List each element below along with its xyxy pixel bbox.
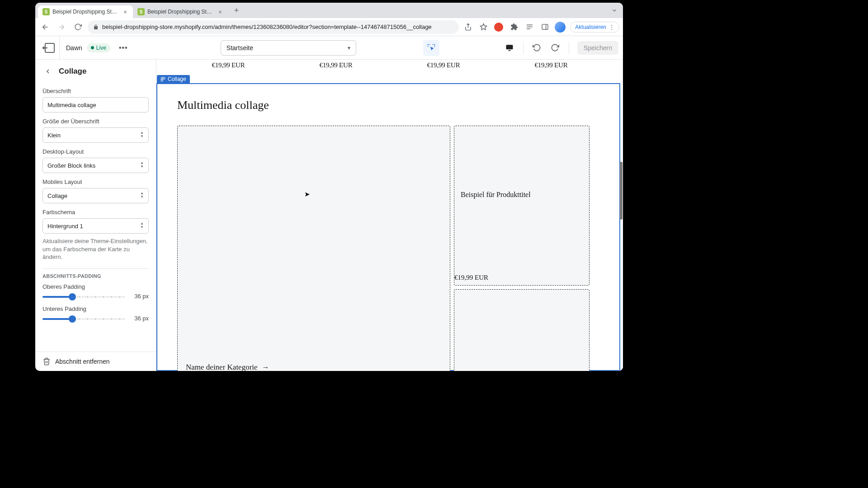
svg-rect-13: [161, 79, 163, 81]
redo-button[interactable]: [547, 40, 563, 56]
trash-icon: [42, 357, 51, 366]
reload-button[interactable]: [71, 21, 84, 33]
back-button[interactable]: [39, 21, 52, 33]
exit-editor-button[interactable]: [40, 36, 60, 59]
panel-body: Überschrift Größe der Überschrift Klein …: [35, 82, 156, 352]
price-row: €19,99 EUR €19,99 EUR €19,99 EUR €19,99 …: [156, 60, 623, 80]
update-label: Aktualisieren: [575, 24, 606, 30]
exit-icon: [45, 43, 55, 53]
close-tab-icon[interactable]: ×: [217, 9, 223, 15]
main: Collage Überschrift Größe der Überschrif…: [35, 60, 623, 371]
desktop-view-button[interactable]: [501, 40, 518, 56]
padding-top-label: Oberes Padding: [42, 283, 149, 290]
panel-back-button[interactable]: [42, 66, 53, 77]
svg-rect-7: [542, 24, 548, 29]
more-actions-button[interactable]: •••: [117, 41, 130, 55]
tab-title: Beispiel Dropshipping Store · E: [147, 9, 214, 15]
close-tab-icon[interactable]: ×: [122, 9, 128, 15]
price: €19,99 EUR: [212, 61, 245, 69]
desktop-layout-value: Großer Block links: [47, 162, 95, 169]
settings-panel: Collage Überschrift Größe der Überschrif…: [35, 60, 156, 371]
forward-button[interactable]: [55, 21, 68, 33]
svg-rect-11: [161, 77, 163, 79]
live-text: Live: [96, 45, 106, 51]
product-image-placeholder: [454, 199, 589, 271]
select-chevron-icon: ▲▼: [140, 192, 144, 199]
price: €19,99 EUR: [534, 61, 567, 69]
padding-top-slider[interactable]: 36 px: [42, 293, 149, 300]
lock-icon: [93, 24, 99, 30]
price: €19,99 EUR: [319, 61, 352, 69]
mobile-layout-label: Mobiles Layout: [42, 178, 149, 185]
topbar-right: Speichern: [501, 40, 618, 56]
extensions-icon[interactable]: [509, 22, 519, 33]
arrow-right-icon: →: [262, 363, 269, 371]
section-picker-button[interactable]: [423, 40, 439, 56]
divider: [569, 42, 569, 54]
slider-thumb[interactable]: [69, 315, 76, 323]
side-panel-icon[interactable]: [539, 22, 550, 33]
price: €19,99 EUR: [427, 61, 460, 69]
remove-section-label: Abschnitt entfernen: [55, 358, 110, 365]
new-tab-button[interactable]: +: [231, 5, 242, 16]
browser-tab[interactable]: S Beispiel Dropshipping Store · E ×: [133, 5, 228, 18]
padding-bottom-value: 36 px: [130, 315, 149, 322]
save-button[interactable]: Speichern: [577, 41, 618, 55]
padding-bottom-label: Unteres Padding: [42, 305, 149, 312]
collage-selection[interactable]: Collage Multimedia collage Name deiner K…: [156, 83, 620, 371]
color-scheme-hint: Aktualisiere deine Theme-Einstellungen, …: [42, 237, 149, 261]
collage-grid: Name deiner Kategorie → ➤ Beispiel für P…: [177, 126, 599, 371]
update-button[interactable]: Aktualisieren ⋮: [570, 22, 619, 33]
collage-heading: Multimedia collage: [177, 99, 599, 112]
section-padding-caption: ABSCHNITTS-PADDING: [42, 273, 149, 279]
profile-avatar[interactable]: [555, 22, 566, 33]
heading-size-label: Größe der Überschrift: [42, 118, 149, 125]
separator: [42, 268, 149, 269]
color-scheme-select[interactable]: Hintergrund 1 ▲▼: [42, 218, 149, 234]
color-scheme-label: Farbschema: [42, 209, 149, 216]
chevron-down-icon: ▾: [348, 45, 350, 51]
collage-selection-tag[interactable]: Collage: [157, 75, 190, 83]
padding-bottom-slider[interactable]: 36 px: [42, 315, 149, 322]
share-icon[interactable]: [462, 22, 473, 33]
heading-size-value: Klein: [47, 132, 61, 139]
category-name: Name deiner Kategorie →: [186, 363, 442, 371]
product-price: €19,99 EUR: [454, 271, 589, 285]
svg-rect-10: [508, 50, 510, 51]
heading-size-select[interactable]: Klein ▲▼: [42, 127, 149, 143]
browser-tab-active[interactable]: S Beispiel Dropshipping Store · D ×: [38, 5, 133, 18]
preview-wrapper: €19,99 EUR €19,99 EUR €19,99 EUR €19,99 …: [156, 60, 623, 371]
undo-button[interactable]: [529, 40, 545, 56]
remove-section-button[interactable]: Abschnitt entfernen: [35, 352, 156, 371]
theme-name: Dawn: [66, 44, 82, 52]
mobile-layout-select[interactable]: Collage ▲▼: [42, 188, 149, 203]
menu-dots-icon[interactable]: ⋮: [609, 24, 614, 30]
tab-title: Beispiel Dropshipping Store · D: [52, 9, 119, 15]
url-text: beispiel-dropshipping-store.myshopify.co…: [102, 23, 432, 30]
reading-list-icon[interactable]: [524, 22, 535, 33]
page-selector[interactable]: Startseite ▾: [221, 40, 356, 56]
preview-frame[interactable]: €19,99 EUR €19,99 EUR €19,99 EUR €19,99 …: [156, 60, 623, 371]
preview-scrollbar[interactable]: [620, 162, 623, 220]
product-image-placeholder: [454, 126, 589, 186]
tab-overflow-button[interactable]: [609, 5, 620, 16]
cursor-box-icon: [427, 43, 436, 52]
heading-input[interactable]: [42, 97, 149, 113]
browser-right-icons: Aktualisieren ⋮: [462, 22, 619, 33]
url-bar[interactable]: beispiel-dropshipping-store.myshopify.co…: [88, 20, 459, 34]
collage-card-category[interactable]: Name deiner Kategorie → ➤: [177, 126, 450, 371]
star-icon[interactable]: [478, 22, 489, 33]
divider: [523, 42, 524, 54]
editor-topbar: Dawn Live ••• Startseite ▾: [35, 36, 623, 60]
collage-card-product[interactable]: [454, 289, 590, 371]
mouse-cursor-icon: ➤: [304, 190, 310, 198]
browser-tab-bar: S Beispiel Dropshipping Store · D × S Be…: [35, 3, 623, 18]
select-chevron-icon: ▲▼: [140, 161, 144, 169]
slider-thumb[interactable]: [69, 293, 76, 300]
panel-title: Collage: [59, 67, 86, 76]
desktop-layout-select[interactable]: Großer Block links ▲▼: [42, 158, 149, 173]
shopify-favicon-icon: S: [137, 8, 145, 15]
extension-icon[interactable]: [493, 22, 504, 33]
collage-card-product[interactable]: Beispiel für Produkttitel €19,99 EUR: [454, 126, 590, 286]
collage-section: Multimedia collage Name deiner Kategorie…: [157, 84, 619, 371]
